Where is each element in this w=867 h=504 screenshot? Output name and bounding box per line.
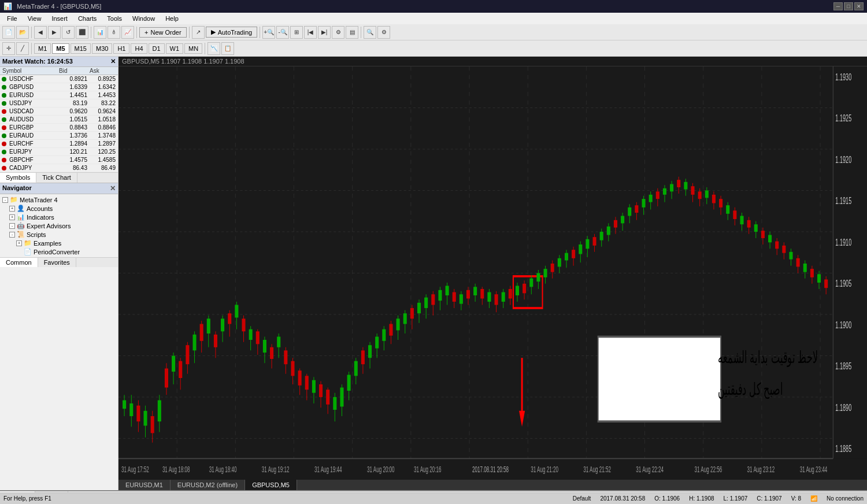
row-indicator bbox=[2, 158, 6, 162]
row-symbol: USDCHF bbox=[8, 76, 61, 82]
new-order-button[interactable]: + New Order bbox=[139, 27, 187, 38]
arrow-button[interactable]: ↗ bbox=[192, 26, 205, 39]
right-scroll-button[interactable]: ▶| bbox=[318, 26, 331, 39]
tab-gbpusd-m5[interactable]: GBPUSD,M5 bbox=[245, 480, 297, 490]
navigator: Navigator ✕ - 📁 MetaTrader 4 + 👤 Account… bbox=[0, 183, 118, 490]
nav-examples[interactable]: + 📁 Examples bbox=[0, 239, 118, 247]
svg-rect-172 bbox=[642, 199, 645, 207]
refresh-button[interactable]: ↺ bbox=[62, 26, 75, 39]
market-watch-row[interactable]: GBPUSD 1.6339 1.6342 bbox=[0, 83, 118, 91]
open-button[interactable]: 📂 bbox=[16, 26, 29, 39]
menu-tools[interactable]: Tools bbox=[102, 14, 127, 23]
tab-eurusd-m1[interactable]: EURUSD,M1 bbox=[118, 480, 171, 490]
templates-button[interactable]: 📋 bbox=[221, 42, 234, 55]
toolbar2: ✛ ╱ M1 M5 M15 M30 H1 H4 D1 W1 MN 📉 📋 bbox=[0, 40, 867, 57]
tab-favorites[interactable]: Favorites bbox=[38, 258, 76, 267]
menu-window[interactable]: Window bbox=[128, 14, 160, 23]
period-h4[interactable]: H4 bbox=[131, 43, 147, 54]
minimize-button[interactable]: ─ bbox=[833, 2, 843, 10]
navigator-close-button[interactable]: ✕ bbox=[110, 184, 116, 192]
grid-button[interactable]: ⊞ bbox=[290, 26, 303, 39]
nav-expand-scripts[interactable]: - bbox=[9, 232, 15, 238]
row-bid: 1.4575 bbox=[61, 157, 90, 163]
row-ask: 1.4453 bbox=[90, 92, 118, 98]
period-m15[interactable]: M15 bbox=[71, 43, 91, 54]
tab-eurusd-m2[interactable]: EURUSD,M2 (offline) bbox=[171, 480, 245, 490]
title-bar-controls[interactable]: ─ □ ✕ bbox=[833, 2, 864, 10]
new-button[interactable]: 📄 bbox=[2, 26, 15, 39]
autotrading-button[interactable]: ▶ AutoTrading bbox=[206, 27, 258, 38]
nav-expert-advisors[interactable]: - 🤖 Expert Advisors bbox=[0, 221, 118, 230]
market-watch-row[interactable]: AUDUSD 1.0515 1.0518 bbox=[0, 116, 118, 124]
svg-rect-150 bbox=[565, 253, 568, 261]
menu-insert[interactable]: Insert bbox=[47, 14, 72, 23]
market-watch-row[interactable]: USDCHF 0.8921 0.8925 bbox=[0, 75, 118, 83]
market-watch-row[interactable]: EURAUD 1.3736 1.3748 bbox=[0, 132, 118, 140]
tab-common[interactable]: Common bbox=[0, 258, 38, 267]
terminal-button[interactable]: ▤ bbox=[346, 26, 358, 39]
menu-help[interactable]: Help bbox=[161, 14, 183, 23]
properties-button[interactable]: ⚙ bbox=[332, 26, 344, 39]
nav-expand-examples[interactable]: + bbox=[16, 240, 22, 246]
market-watch-row[interactable]: EURCHF 1.2894 1.2897 bbox=[0, 140, 118, 148]
svg-rect-101 bbox=[397, 318, 400, 330]
forward-button[interactable]: ▶ bbox=[48, 26, 61, 39]
close-button[interactable]: ✕ bbox=[854, 2, 864, 10]
market-watch-close[interactable]: ✕ bbox=[110, 58, 116, 65]
menu-view[interactable]: View bbox=[23, 14, 46, 23]
chart-candle-button[interactable]: 🕯 bbox=[108, 26, 120, 39]
chart-tabs: EURUSD,M1 EURUSD,M2 (offline) GBPUSD,M5 bbox=[118, 480, 867, 490]
period-h1[interactable]: H1 bbox=[113, 43, 129, 54]
open-price: O: 1.1906 bbox=[654, 495, 680, 502]
nav-label-ea: Expert Advisors bbox=[27, 223, 71, 229]
period-m5[interactable]: M5 bbox=[52, 43, 69, 54]
tab-symbols[interactable]: Symbols bbox=[0, 173, 36, 183]
market-watch-row[interactable]: EURJPY 120.21 120.25 bbox=[0, 148, 118, 156]
nav-period-converter[interactable]: 📄 PeriodConverter bbox=[0, 247, 118, 256]
svg-rect-105 bbox=[410, 308, 414, 318]
search-button[interactable]: 🔍 bbox=[364, 26, 376, 39]
back-button[interactable]: ◀ bbox=[34, 26, 47, 39]
chart-line-button[interactable]: 📈 bbox=[121, 26, 134, 39]
left-scroll-button[interactable]: |◀ bbox=[304, 26, 317, 39]
period-mn[interactable]: MN bbox=[184, 43, 202, 54]
settings-button[interactable]: ⚙ bbox=[377, 26, 390, 39]
nav-indicators[interactable]: + 📊 Indicators bbox=[0, 213, 118, 221]
restore-button[interactable]: □ bbox=[844, 2, 853, 10]
nav-expand-accounts[interactable]: + bbox=[9, 206, 15, 212]
market-watch-row[interactable]: USDCAD 0.9620 0.9624 bbox=[0, 108, 118, 116]
period-w1[interactable]: W1 bbox=[166, 43, 184, 54]
svg-rect-182 bbox=[677, 180, 680, 187]
chart-canvas[interactable]: 1.1930 1.1925 1.1920 1.1915 1.1910 1.190… bbox=[118, 66, 867, 480]
period-m1[interactable]: M1 bbox=[34, 43, 51, 54]
market-watch-row[interactable]: USDJPY 83.19 83.22 bbox=[0, 99, 118, 108]
nav-expand-indicators[interactable]: + bbox=[9, 214, 15, 220]
market-watch-row[interactable]: CADJPY 86.43 86.49 bbox=[0, 164, 118, 172]
zoom-out-button[interactable]: -🔍 bbox=[276, 26, 289, 39]
line-button[interactable]: ╱ bbox=[16, 42, 29, 55]
nav-metatrader4[interactable]: - 📁 MetaTrader 4 bbox=[0, 195, 118, 204]
svg-rect-123 bbox=[473, 287, 477, 295]
svg-text:1.1915: 1.1915 bbox=[835, 195, 851, 206]
nav-accounts[interactable]: + 👤 Accounts bbox=[0, 204, 118, 213]
stop-button[interactable]: ⬛ bbox=[76, 26, 88, 39]
market-watch-row[interactable]: EURUSD 1.4451 1.4453 bbox=[0, 91, 118, 99]
nav-scripts[interactable]: - 📜 Scripts bbox=[0, 230, 118, 239]
period-m30[interactable]: M30 bbox=[92, 43, 112, 54]
crosshair-button[interactable]: ✛ bbox=[2, 42, 15, 55]
nav-expand-ea[interactable]: - bbox=[9, 223, 15, 229]
zoom-in-button[interactable]: +🔍 bbox=[262, 26, 275, 39]
menu-file[interactable]: File bbox=[2, 14, 22, 23]
tab-tick-chart[interactable]: Tick Chart bbox=[36, 173, 77, 183]
svg-rect-255 bbox=[598, 337, 721, 422]
menu-bar: File View Insert Charts Tools Window Hel… bbox=[0, 13, 867, 24]
indicator-button[interactable]: 📉 bbox=[208, 42, 220, 55]
nav-expand-mt4[interactable]: - bbox=[2, 197, 8, 203]
svg-rect-180 bbox=[670, 184, 673, 192]
period-d1[interactable]: D1 bbox=[149, 43, 165, 54]
chart-bar-button[interactable]: 📊 bbox=[94, 26, 106, 39]
market-watch-row[interactable]: GBPCHF 1.4575 1.4585 bbox=[0, 156, 118, 164]
chart-svg: 1.1930 1.1925 1.1920 1.1915 1.1910 1.190… bbox=[118, 66, 867, 480]
market-watch-row[interactable]: EURGBP 0.8843 0.8846 bbox=[0, 124, 118, 132]
menu-charts[interactable]: Charts bbox=[73, 14, 101, 23]
